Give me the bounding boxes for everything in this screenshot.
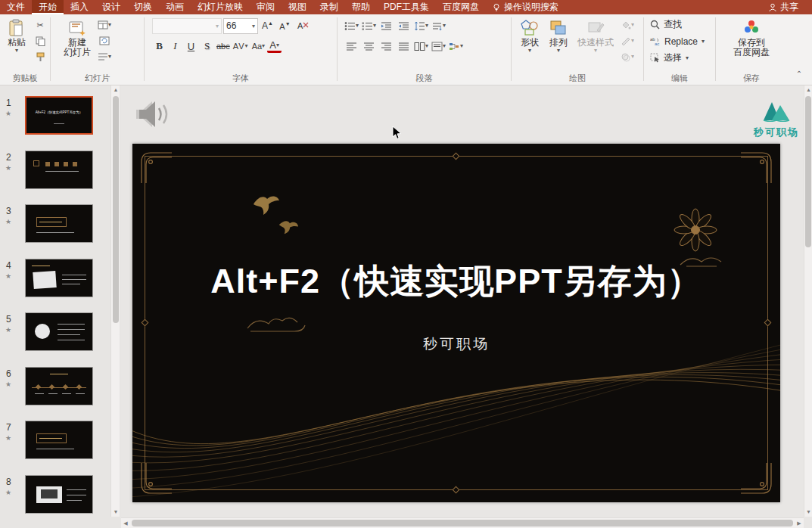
- align-left-button[interactable]: [344, 39, 359, 54]
- arrange-button[interactable]: 排列 ▾: [545, 17, 572, 73]
- align-right-button[interactable]: [378, 39, 394, 54]
- italic-button[interactable]: I: [168, 39, 182, 54]
- line-spacing-icon: [414, 21, 425, 31]
- scroll-left-arrow[interactable]: ◀: [121, 518, 130, 528]
- shape-effects-button[interactable]: ▾: [619, 50, 636, 64]
- slide-thumbnail-4[interactable]: [25, 259, 93, 297]
- quick-styles-button[interactable]: 快速样式 ▾: [574, 17, 618, 73]
- slide-thumbnail-8[interactable]: [25, 475, 93, 514]
- character-spacing-button[interactable]: AV▾: [232, 39, 250, 54]
- slide-subtitle[interactable]: 秒可职场: [132, 334, 780, 354]
- slide-thumbnail-6[interactable]: [25, 367, 93, 405]
- slide-thumbnail-7[interactable]: [25, 421, 93, 459]
- bold-button[interactable]: B: [152, 39, 166, 54]
- tell-me-search[interactable]: 操作说明搜索: [486, 0, 565, 14]
- align-text-button[interactable]: ▾: [431, 39, 446, 54]
- save-group-label: 保存: [716, 73, 787, 85]
- align-text-icon: [431, 42, 443, 51]
- increase-font-button[interactable]: A▲: [260, 19, 275, 33]
- text-shadow-button[interactable]: S: [200, 39, 214, 54]
- font-group-label: 字体: [145, 73, 337, 85]
- tab-baidu-netdisk[interactable]: 百度网盘: [436, 0, 486, 14]
- find-button[interactable]: 查找: [647, 17, 712, 33]
- shape-fill-button[interactable]: ▾: [619, 18, 636, 32]
- paste-button[interactable]: 粘贴 ▾: [3, 17, 30, 73]
- convert-smartart-button[interactable]: ▾: [448, 39, 464, 54]
- shape-outline-button[interactable]: ▾: [619, 34, 636, 48]
- tab-file[interactable]: 文件: [0, 0, 32, 14]
- panel-scroll-up-arrow[interactable]: ▲: [111, 85, 120, 95]
- shapes-button[interactable]: 形状 ▾: [516, 17, 543, 73]
- clear-formatting-icon: A: [297, 20, 309, 31]
- font-size-select[interactable]: ▾: [223, 18, 258, 34]
- panel-scroll-down-arrow[interactable]: ▼: [111, 508, 120, 517]
- vertical-scrollbar-thumb[interactable]: [805, 96, 811, 247]
- scroll-right-arrow[interactable]: ▶: [795, 518, 804, 528]
- align-center-button[interactable]: [361, 39, 377, 54]
- tab-transitions[interactable]: 切换: [127, 0, 159, 14]
- save-to-baidu-button[interactable]: 保存到 百度网盘: [730, 17, 773, 73]
- font-name-select[interactable]: ▾: [152, 18, 222, 34]
- horizontal-scrollbar[interactable]: ◀ ▶: [121, 517, 804, 528]
- animation-star-icon: ★: [5, 380, 11, 388]
- share-button[interactable]: 共享: [762, 0, 804, 14]
- slide-editing-area[interactable]: 秒可职场: [121, 85, 804, 517]
- tab-view[interactable]: 视图: [282, 0, 313, 14]
- tab-pdf-tools[interactable]: PDF工具集: [377, 0, 436, 14]
- tab-record[interactable]: 录制: [313, 0, 345, 14]
- tab-home[interactable]: 开始: [32, 0, 64, 14]
- replace-button[interactable]: abac Replace ▾: [647, 33, 712, 49]
- scroll-up-arrow[interactable]: ▲: [804, 85, 812, 95]
- decrease-font-button[interactable]: A▼: [277, 19, 293, 33]
- slide-layout-button[interactable]: ▾: [96, 18, 113, 32]
- text-direction-button[interactable]: ▾: [431, 19, 446, 33]
- slide-row-5: 5 ★: [0, 312, 121, 353]
- cut-button[interactable]: ✂: [32, 18, 48, 32]
- strikethrough-button[interactable]: abc: [216, 39, 231, 54]
- slide-title[interactable]: Alt+F2（快速实现PPT另存为）: [148, 259, 765, 304]
- justify-button[interactable]: [396, 39, 412, 54]
- tab-slideshow[interactable]: 幻灯片放映: [191, 0, 250, 14]
- section-button[interactable]: ▾: [96, 50, 113, 64]
- horizontal-scrollbar-thumb[interactable]: [132, 520, 793, 526]
- new-slide-button[interactable]: 新建 幻灯片: [60, 17, 95, 73]
- slide-row-1: 1 ★ Alt+F2（快速实现PPT另存为）: [0, 96, 121, 137]
- vertical-scrollbar[interactable]: ▲ ▼: [804, 85, 812, 517]
- replace-dropdown-arrow: ▾: [702, 39, 705, 45]
- tab-insert[interactable]: 插入: [64, 0, 95, 14]
- bullet-list-button[interactable]: ▾: [344, 19, 359, 33]
- format-painter-button[interactable]: [32, 50, 48, 64]
- copy-button[interactable]: [32, 34, 48, 48]
- shape-fill-icon: [621, 20, 631, 30]
- select-button[interactable]: 选择 ▾: [647, 50, 712, 66]
- clear-formatting-button[interactable]: A: [294, 19, 310, 33]
- scroll-down-arrow[interactable]: ▼: [804, 508, 812, 517]
- tab-design[interactable]: 设计: [95, 0, 127, 14]
- slide-thumbnail-2[interactable]: [25, 151, 93, 189]
- decrease-indent-button[interactable]: [378, 19, 394, 33]
- numbered-list-button[interactable]: ▾: [361, 19, 377, 33]
- drawing-group-label: 绘图: [512, 73, 643, 85]
- slide-thumbnail-5[interactable]: [25, 312, 93, 351]
- animation-star-icon: ★: [5, 272, 11, 280]
- slide-canvas[interactable]: Alt+F2（快速实现PPT另存为） 秒可职场: [132, 144, 780, 502]
- collapse-ribbon-button[interactable]: ⌃: [792, 70, 806, 82]
- tab-animations[interactable]: 动画: [159, 0, 191, 14]
- reset-slide-button[interactable]: [96, 34, 113, 48]
- panel-scrollbar-thumb[interactable]: [113, 96, 119, 323]
- speaker-icon[interactable]: [135, 98, 174, 131]
- tab-review[interactable]: 审阅: [250, 0, 282, 14]
- line-spacing-button[interactable]: ▾: [413, 19, 429, 33]
- columns-button[interactable]: ▾: [413, 39, 429, 54]
- slide-thumbnail-3[interactable]: [25, 204, 93, 243]
- slide-thumbnail-1[interactable]: Alt+F2（快速实现PPT另存为）: [25, 96, 93, 135]
- increase-indent-button[interactable]: [396, 19, 412, 33]
- underline-button[interactable]: U: [184, 39, 198, 54]
- font-size-input[interactable]: [226, 20, 246, 31]
- font-name-input[interactable]: [155, 20, 216, 31]
- slide-number: 6: [6, 368, 11, 379]
- tab-help[interactable]: 帮助: [345, 0, 377, 14]
- font-color-button[interactable]: A▾: [267, 40, 282, 53]
- panel-scrollbar[interactable]: ▲ ▼: [110, 85, 120, 517]
- change-case-button[interactable]: Aa▾: [251, 39, 266, 54]
